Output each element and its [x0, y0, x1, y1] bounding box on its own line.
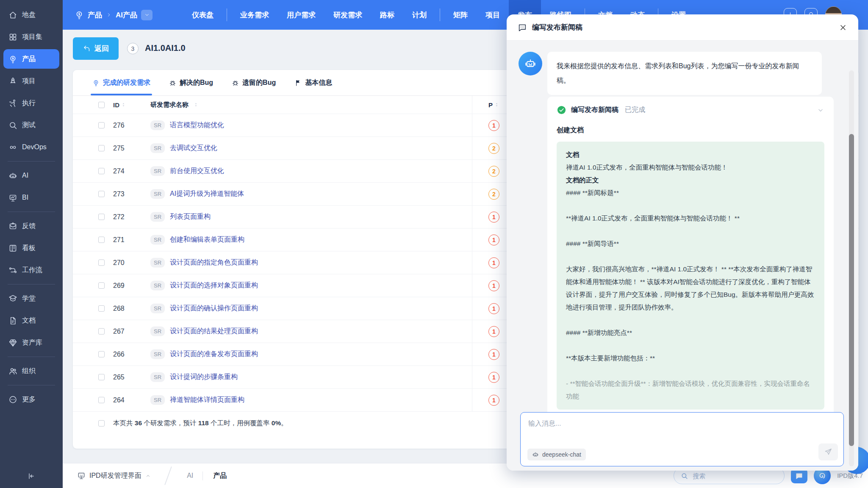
top-menu-item[interactable]: 计划	[403, 0, 435, 30]
requirement-name-link[interactable]: 设计提词的步骤条重构	[170, 373, 238, 382]
breadcrumb-current[interactable]: AI产品	[116, 10, 137, 20]
detail-tab[interactable]: 完成的研发需求	[92, 70, 150, 95]
statusbar-tab[interactable]: 产品	[202, 471, 233, 480]
column-name-label[interactable]: 研发需求名称	[150, 101, 189, 109]
row-checkbox[interactable]	[98, 282, 105, 289]
sr-tag: SR	[150, 395, 165, 405]
breadcrumb: 产品 AI产品	[63, 10, 164, 20]
sidebar-item[interactable]: DevOps	[3, 137, 59, 157]
sidebar-item[interactable]: 项目集	[3, 27, 59, 47]
top-menu-item[interactable]: 路标	[371, 0, 403, 30]
row-checkbox[interactable]	[98, 191, 105, 197]
requirement-name-link[interactable]: 设计页面的结果处理页面重构	[170, 327, 258, 336]
chat-scrollbar-track[interactable]	[849, 70, 854, 466]
row-checkbox[interactable]	[98, 214, 105, 220]
statusbar-tab[interactable]: AI	[180, 472, 200, 480]
close-icon[interactable]	[839, 23, 847, 32]
sort-icon[interactable]	[121, 101, 126, 108]
workspace-switcher[interactable]: IPD研发管理界面	[77, 471, 151, 480]
bot-intro-message: 我来根据您提供的发布信息、需求列表和Bug列表，为您编写一份专业的发布新闻稿。	[547, 52, 822, 95]
requirement-name-link[interactable]: 创建和编辑表单页面重构	[170, 235, 244, 244]
top-menu-item[interactable]: 项目	[477, 0, 509, 30]
sidebar-item[interactable]: 文档	[3, 311, 59, 330]
search-input[interactable]	[692, 472, 768, 480]
requirement-name-link[interactable]: 设计页面的准备发布页面重构	[170, 350, 258, 359]
top-menu-item[interactable]: 研发需求	[324, 0, 371, 30]
requirement-name-link[interactable]: 设计页面的指定角色页面重构	[170, 258, 258, 267]
collapse-icon[interactable]	[27, 472, 36, 480]
chevron-up-icon	[145, 473, 151, 479]
sidebar-item[interactable]: 工作流	[3, 260, 59, 280]
top-menu-item[interactable]: 业务需求	[231, 0, 278, 30]
requirement-name-link[interactable]: 语言模型功能优化	[170, 121, 224, 130]
sidebar-item[interactable]: 更多	[3, 390, 59, 409]
top-menu-item[interactable]: 用户需求	[278, 0, 324, 30]
document-line	[566, 365, 815, 377]
column-priority-label[interactable]: P	[488, 101, 493, 109]
chat-scrollbar-thumb[interactable]	[849, 134, 854, 446]
requirement-name-link[interactable]: 去调试交互优化	[170, 144, 217, 153]
sidebar-item[interactable]: 项目	[3, 71, 59, 91]
tab-label: 解决的Bug	[180, 78, 213, 87]
row-checkbox[interactable]	[98, 397, 105, 403]
back-button[interactable]: 返回	[73, 37, 119, 60]
send-button[interactable]	[818, 443, 838, 460]
sidebar-item[interactable]: 组织	[3, 361, 59, 381]
top-menu-item[interactable]: 仪表盘	[183, 0, 222, 30]
sidebar-item[interactable]: 看板	[3, 238, 59, 258]
top-menu-item[interactable]	[440, 8, 440, 21]
top-menu-item[interactable]: 矩阵	[444, 0, 477, 30]
row-checkbox[interactable]	[98, 374, 105, 380]
sidebar-item[interactable]	[8, 385, 55, 385]
requirement-name-link[interactable]: 前台使用交互优化	[170, 167, 224, 176]
detail-tab[interactable]: 解决的Bug	[169, 70, 213, 95]
sidebar-item[interactable]: 学堂	[3, 289, 59, 308]
sidebar-item[interactable]: 资产库	[3, 333, 59, 352]
row-checkbox[interactable]	[98, 305, 105, 312]
sort-icon[interactable]	[194, 101, 198, 108]
sidebar-item[interactable]: AI	[3, 166, 59, 185]
sidebar-item-icon	[8, 11, 17, 20]
detail-tab[interactable]: 遗留的Bug	[232, 70, 276, 95]
sidebar-item[interactable]	[8, 161, 55, 162]
document-line: 大家好，我们很高兴地宣布，**禅道AI 1.0正式发布！ ** **本次发布全面…	[566, 263, 815, 314]
row-checkbox[interactable]	[98, 168, 105, 174]
message-input[interactable]	[527, 418, 837, 443]
sidebar-item-label: 组织	[22, 367, 36, 376]
row-checkbox[interactable]	[98, 145, 105, 151]
requirement-name-link[interactable]: 列表页面重构	[170, 212, 211, 221]
check-circle-icon	[557, 105, 566, 115]
sidebar-item[interactable]: 产品	[3, 49, 59, 69]
summary-checkbox[interactable]	[98, 420, 105, 427]
row-checkbox[interactable]	[98, 122, 105, 128]
sidebar-item[interactable]: BI	[3, 188, 59, 207]
priority-badge: 1	[488, 372, 499, 383]
sidebar-item[interactable]	[8, 212, 55, 212]
sidebar-item[interactable]	[8, 357, 55, 357]
sidebar-item[interactable]: 测试	[3, 115, 59, 135]
model-selector[interactable]: deepseek-chat	[527, 449, 586, 460]
requirement-name-link[interactable]: 设计页面的确认操作页面重构	[170, 304, 258, 313]
row-checkbox[interactable]	[98, 328, 105, 335]
column-id-label[interactable]: ID	[113, 101, 119, 109]
requirement-name-link[interactable]: 设计页面的选择对象页面重构	[170, 281, 258, 290]
sidebar-item[interactable]: 反馈	[3, 216, 59, 236]
breadcrumb-root[interactable]: 产品	[88, 10, 102, 20]
row-checkbox[interactable]	[98, 237, 105, 243]
row-checkbox[interactable]	[98, 259, 105, 266]
sr-tag: SR	[150, 166, 165, 176]
sidebar-items: 地盘 项目集 产品 项目 执行 测试 D	[0, 0, 63, 464]
collapse-chevron-icon[interactable]	[817, 106, 824, 114]
sidebar-item[interactable]: 地盘	[3, 5, 59, 25]
detail-tab[interactable]: 基本信息	[294, 70, 332, 95]
requirement-name-link[interactable]: AI提词升级为禅道智能体	[170, 190, 244, 198]
requirement-name-link[interactable]: 禅道智能体详情页面重构	[170, 396, 244, 404]
sort-icon[interactable]	[494, 101, 499, 108]
sidebar-item-label: 项目集	[22, 33, 42, 42]
sidebar-item[interactable]	[8, 284, 55, 284]
product-switcher[interactable]	[141, 10, 153, 20]
top-menu-item[interactable]	[227, 8, 227, 21]
row-checkbox[interactable]	[98, 351, 105, 357]
select-all-checkbox[interactable]	[98, 102, 105, 108]
sidebar-item[interactable]: 执行	[3, 93, 59, 113]
